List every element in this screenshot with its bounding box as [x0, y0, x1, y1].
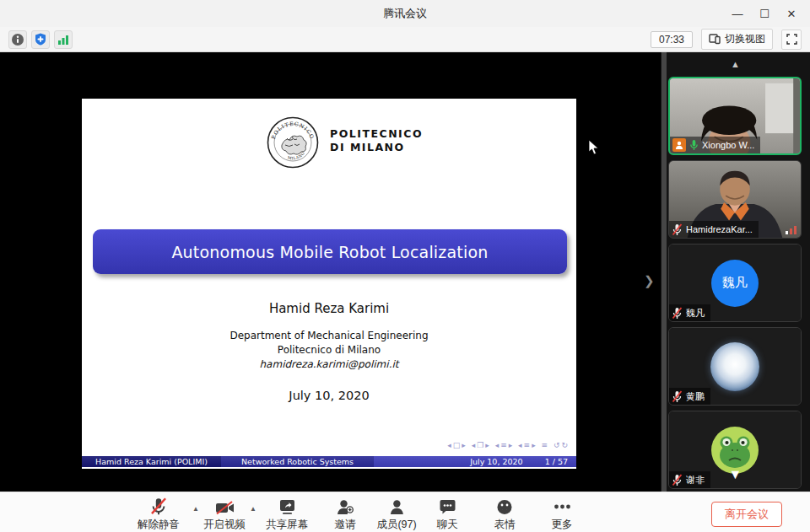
slide-footer-bar: Hamid Reza Karimi (POLIMI) Networked Rob… [82, 456, 576, 467]
department-line: Department of Mechanical Engineering [82, 329, 576, 343]
host-badge [672, 138, 686, 152]
participant-tile-weifan[interactable]: 魏凡 黄鹏 魏凡 [668, 244, 802, 322]
control-bar: 解除静音 ▲ 开启视频 ▲ 共享屏幕 [0, 492, 810, 532]
share-screen-button[interactable]: 共享屏幕 [266, 497, 308, 532]
invite-person-icon [337, 499, 354, 515]
invite-button[interactable]: 邀请 [335, 497, 356, 532]
chat-button[interactable]: 聊天 [437, 497, 458, 532]
scroll-down-arrow[interactable]: ▼ [661, 467, 810, 482]
slide-title-banner: Autonomous Mobile Robot Localization [93, 229, 567, 274]
more-button[interactable]: 更多 [552, 497, 573, 532]
share-screen-label: 共享屏幕 [266, 518, 308, 532]
participant-label: 黄鹏 [669, 388, 710, 405]
close-button[interactable]: ✕ [778, 0, 805, 27]
footer-page-number: 1 / 57 [545, 457, 568, 466]
video-options-arrow[interactable]: ▲ [250, 505, 256, 513]
window-title: 腾讯会议 [383, 6, 427, 21]
meeting-timer: 07:33 [651, 31, 693, 48]
mic-muted-icon [672, 390, 683, 403]
unmute-button[interactable]: 解除静音 [138, 497, 180, 532]
members-label: 成员(97) [376, 518, 416, 532]
layout-view-icon [709, 34, 721, 45]
sidebar-divider [662, 52, 667, 492]
participant-name: 魏凡 [686, 307, 705, 320]
mic-on-icon [689, 139, 699, 151]
participant-name: HamidrezaKar... [686, 224, 753, 234]
network-quality-button[interactable] [54, 30, 73, 49]
shield-icon [35, 33, 46, 46]
slide-affiliation: Department of Mechanical Engineering Pol… [82, 329, 576, 372]
switch-view-label: 切换视图 [725, 32, 765, 46]
mouse-cursor [588, 139, 599, 155]
participants-sidebar: ▲ [661, 52, 810, 492]
fullscreen-icon [786, 34, 797, 45]
participant-label: HamidrezaKar... [669, 221, 759, 238]
emoji-smiley-icon [497, 499, 513, 515]
author-email: hamidreza.karimi@polimi.it [82, 357, 576, 372]
info-icon [12, 34, 24, 46]
members-icon [389, 499, 404, 515]
host-person-icon [675, 141, 683, 149]
fullscreen-button[interactable] [781, 30, 802, 50]
title-bar: 腾讯会议 — ☐ ✕ [0, 0, 810, 27]
participant-tile-hamidreza[interactable]: HamidrezaKar... [668, 160, 802, 239]
mic-muted-icon [672, 307, 683, 320]
audio-options-arrow[interactable]: ▲ [192, 505, 199, 513]
mic-muted-icon [672, 223, 683, 236]
tencent-meeting-window: 腾讯会议 — ☐ ✕ [0, 0, 810, 532]
shared-screen-stage: POLITECNICO MILANO POLITECNICO DI MILANO… [0, 52, 810, 492]
emoji-button[interactable]: 表情 [494, 497, 516, 532]
sidebar-collapse-chevron[interactable]: ❯ [644, 273, 655, 288]
footer-author-segment: Hamid Reza Karimi (POLIMI) [82, 456, 221, 467]
participant-label: Xiongbo W... [670, 137, 760, 153]
share-screen-icon [278, 499, 296, 515]
meeting-toolbar: 07:33 切换视图 [0, 27, 810, 52]
chat-label: 聊天 [437, 518, 458, 532]
university-line: Politecnico di Milano [82, 343, 576, 357]
more-dots-icon [554, 504, 570, 509]
chat-icon [439, 499, 456, 515]
presentation-slide: POLITECNICO MILANO POLITECNICO DI MILANO… [82, 99, 576, 469]
initials-avatar: 魏凡 [711, 260, 759, 307]
participant-label: 黄鹏 魏凡 [669, 304, 710, 321]
slide-date: July 10, 2020 [82, 389, 576, 402]
footer-course-segment: Networked Robotic Systems [221, 456, 374, 467]
participant-name: 黄鹏 [686, 390, 705, 403]
signal-bars-icon [57, 34, 69, 45]
polimi-logo: POLITECNICO MILANO POLITECNICO DI MILANO [267, 116, 423, 169]
slide-author: Hamid Reza Karimi [82, 301, 576, 316]
unmute-label: 解除静音 [138, 518, 180, 532]
minimize-button[interactable]: — [724, 0, 751, 27]
participant-tile-huangpeng[interactable]: 黄鹏 [668, 327, 802, 406]
polimi-seal-icon: POLITECNICO MILANO [267, 116, 319, 169]
footer-date: July 10, 2020 [470, 457, 522, 466]
polimi-logo-text: POLITECNICO DI MILANO [330, 127, 423, 169]
mic-muted-icon [150, 497, 167, 515]
meeting-info-button[interactable] [8, 30, 27, 49]
members-button[interactable]: 成员(97) [376, 497, 416, 532]
maximize-button[interactable]: ☐ [751, 0, 778, 27]
participant-name: Xiongbo W... [702, 140, 754, 150]
sphere-avatar [710, 342, 759, 391]
invite-label: 邀请 [335, 518, 356, 532]
camera-off-icon [215, 501, 235, 515]
leave-meeting-button[interactable]: 离开会议 [711, 502, 782, 527]
start-video-label: 开启视频 [203, 518, 246, 532]
beamer-navigation-symbols: ◂□▸ ◂❐▸ ◂≡▸ ◂≡▸ ≡ ↺↻ [447, 441, 570, 449]
footer-date-page-segment: July 10, 2020 1 / 57 [374, 456, 576, 467]
scroll-up-arrow[interactable]: ▲ [661, 59, 810, 69]
switch-view-button[interactable]: 切换视图 [701, 29, 773, 50]
slide-title: Autonomous Mobile Robot Localization [171, 243, 488, 261]
emoji-label: 表情 [494, 518, 516, 532]
poor-signal-icon [786, 226, 796, 234]
start-video-button[interactable]: 开启视频 [203, 497, 246, 532]
participant-tile-xiongbo[interactable]: Xiongbo W... [668, 77, 802, 155]
security-button[interactable] [31, 30, 50, 49]
more-label: 更多 [552, 518, 573, 532]
